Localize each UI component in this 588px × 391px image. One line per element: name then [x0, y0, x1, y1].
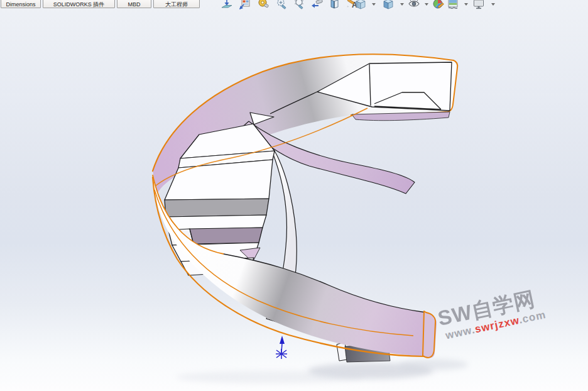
- zoom-to-area-icon[interactable]: [275, 0, 288, 10]
- hide-show-items-dropdown-icon[interactable]: [425, 3, 428, 6]
- section-view-icon[interactable]: [329, 0, 341, 10]
- tab-label: Dimensions: [6, 1, 35, 8]
- apply-scene-icon[interactable]: [447, 0, 459, 10]
- edit-appearance-icon[interactable]: [432, 0, 445, 10]
- solidworks-window: { "command_tabs": [ { "label": "Dimensio…: [0, 0, 588, 391]
- display-style-icon[interactable]: [382, 0, 395, 10]
- graphics-area[interactable]: [0, 0, 588, 391]
- ground-shadow: [176, 359, 468, 383]
- apply-scene-dropdown-icon[interactable]: [464, 3, 468, 6]
- view-orientation-icon[interactable]: [354, 0, 367, 10]
- display-style-dropdown-icon[interactable]: [400, 3, 404, 6]
- tab-label: MBD: [128, 1, 141, 8]
- zoom-in-out-icon[interactable]: [293, 0, 305, 10]
- hide-show-items-icon[interactable]: [408, 0, 420, 10]
- view-settings-icon[interactable]: [472, 0, 485, 10]
- view-settings-dropdown-icon[interactable]: [491, 3, 495, 6]
- zoom-to-fit-icon[interactable]: [239, 0, 251, 10]
- tab-da-gong-cheng-shi[interactable]: 大工程师: [153, 0, 200, 8]
- tab-mbd[interactable]: MBD: [117, 0, 151, 8]
- tab-label: SOLIDWORKS 插件: [53, 1, 105, 8]
- tab-solidworks-addins[interactable]: SOLIDWORKS 插件: [43, 0, 115, 8]
- tab-label: 大工程师: [165, 1, 188, 8]
- tab-dimensions[interactable]: Dimensions: [1, 0, 41, 8]
- measure-icon[interactable]: [257, 0, 270, 10]
- origin-marker: [276, 336, 287, 359]
- view-orientation-dropdown-icon[interactable]: [372, 3, 376, 6]
- command-manager-tabs: Dimensions SOLIDWORKS 插件 MBD 大工程师: [0, 0, 207, 8]
- normal-to-icon[interactable]: [220, 0, 233, 10]
- previous-view-icon[interactable]: [311, 0, 324, 10]
